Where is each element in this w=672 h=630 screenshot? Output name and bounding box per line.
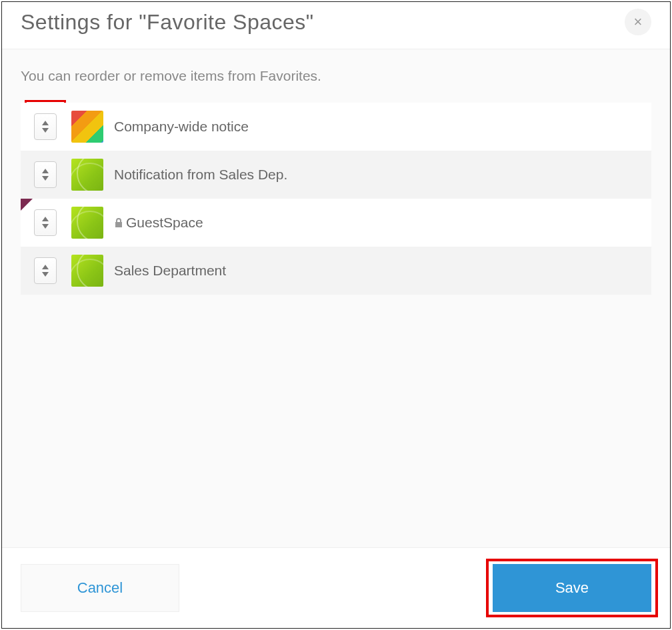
reorder-handle[interactable] — [34, 209, 57, 236]
dialog-body: You can reorder or remove items from Fav… — [2, 49, 670, 547]
chevron-up-icon — [42, 265, 49, 269]
save-button[interactable]: Save — [493, 564, 651, 612]
reorder-handle[interactable] — [34, 113, 57, 140]
chevron-up-icon — [42, 217, 49, 221]
dialog-footer: Cancel Save — [2, 547, 670, 628]
list-item[interactable]: Sales Department — [21, 247, 651, 295]
cancel-button[interactable]: Cancel — [21, 564, 179, 612]
space-icon — [71, 111, 103, 143]
close-icon: × — [634, 13, 643, 31]
space-icon — [71, 207, 103, 239]
guest-flag-icon — [21, 199, 33, 211]
space-label: GuestSpace — [114, 215, 203, 231]
space-icon — [71, 159, 103, 191]
lock-icon — [114, 217, 123, 228]
dialog-title: Settings for "Favorite Spaces" — [21, 10, 314, 35]
close-button[interactable]: × — [625, 9, 651, 35]
space-icon — [71, 255, 103, 287]
instruction-text: You can reorder or remove items from Fav… — [21, 68, 651, 84]
dialog-header: Settings for "Favorite Spaces" × — [2, 2, 670, 49]
chevron-down-icon — [42, 128, 49, 133]
reorder-handle[interactable] — [34, 257, 57, 284]
space-label: Sales Department — [114, 263, 226, 279]
chevron-down-icon — [42, 272, 49, 277]
settings-dialog: Settings for "Favorite Spaces" × You can… — [1, 1, 671, 629]
chevron-down-icon — [42, 176, 49, 181]
chevron-up-icon — [42, 121, 49, 125]
list-item[interactable]: Notification from Sales Dep. — [21, 151, 651, 199]
list-item[interactable]: Company-wide notice — [21, 103, 651, 151]
space-label: Company-wide notice — [114, 119, 249, 135]
favorites-list: Company-wide notice Notification from Sa… — [21, 103, 651, 295]
reorder-handle[interactable] — [34, 161, 57, 188]
chevron-down-icon — [42, 224, 49, 229]
space-label: Notification from Sales Dep. — [114, 167, 287, 183]
list-item[interactable]: GuestSpace — [21, 199, 651, 247]
space-label-text: GuestSpace — [126, 215, 203, 231]
chevron-up-icon — [42, 169, 49, 173]
